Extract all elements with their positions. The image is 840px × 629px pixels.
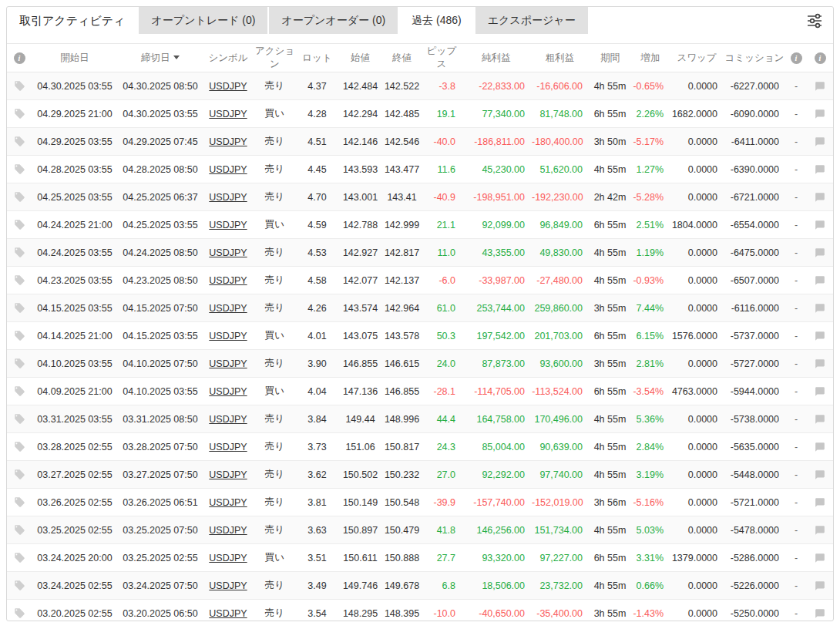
header-gain[interactable]: 増加 — [631, 44, 670, 72]
symbol-link[interactable]: USDJPY — [209, 414, 247, 425]
swap-cell: 0.0000 — [670, 183, 724, 211]
info-icon[interactable]: i — [14, 52, 25, 64]
symbol-link[interactable]: USDJPY — [209, 525, 247, 536]
comment-icon[interactable] — [815, 553, 825, 563]
symbol-link[interactable]: USDJPY — [209, 220, 247, 230]
comment-icon[interactable] — [815, 386, 825, 397]
comment-icon[interactable] — [815, 164, 825, 175]
duration-cell: 6h 55m — [589, 378, 631, 405]
header-open-date[interactable]: 開始日 — [32, 44, 118, 72]
comment-icon[interactable] — [815, 109, 825, 119]
symbol-link[interactable]: USDJPY — [209, 580, 247, 591]
comment-icon[interactable] — [815, 358, 825, 369]
tag-icon[interactable] — [14, 580, 25, 591]
comment-icon[interactable] — [815, 414, 825, 425]
symbol-link[interactable]: USDJPY — [209, 109, 247, 119]
symbol-link[interactable]: USDJPY — [209, 386, 247, 397]
pips-cell: -40.9 — [422, 183, 462, 211]
header-pips[interactable]: ピップス — [422, 44, 462, 72]
gain-cell: 2.81% — [631, 350, 670, 378]
tab-open-orders[interactable]: オープンオーダー (0) — [269, 7, 398, 34]
pips-cell: 6.8 — [422, 572, 462, 600]
symbol-link[interactable]: USDJPY — [209, 358, 247, 369]
tag-icon[interactable] — [14, 219, 25, 230]
net-profit-cell: 93,320.00 — [462, 544, 531, 572]
tab-open-trades[interactable]: オープントレード (0) — [139, 7, 267, 34]
comment-icon[interactable] — [815, 275, 825, 286]
swap-cell: 0.0000 — [670, 489, 724, 516]
comment-icon[interactable] — [815, 192, 825, 203]
tag-icon[interactable] — [14, 607, 25, 619]
tag-icon[interactable] — [14, 413, 25, 425]
settings-icon[interactable] — [805, 12, 824, 30]
open-price-cell: 150.897 — [338, 516, 382, 544]
symbol-link[interactable]: USDJPY — [209, 275, 247, 286]
comment-icon[interactable] — [815, 580, 825, 591]
tag-icon[interactable] — [14, 163, 25, 175]
info-icon[interactable]: i — [815, 52, 826, 64]
symbol-link[interactable]: USDJPY — [209, 497, 247, 508]
tag-icon[interactable] — [14, 330, 25, 341]
tag-icon[interactable] — [14, 247, 25, 258]
tag-icon[interactable] — [14, 441, 25, 452]
header-close-price[interactable]: 終値 — [382, 44, 422, 72]
symbol-link[interactable]: USDJPY — [209, 136, 247, 147]
comment-icon[interactable] — [815, 220, 825, 230]
header-close-date[interactable]: 締切日 — [118, 44, 203, 72]
header-swap[interactable]: スワップ — [670, 44, 724, 72]
tab-history[interactable]: 過去 (486) — [399, 7, 474, 34]
tag-icon[interactable] — [14, 80, 25, 92]
symbol-link[interactable]: USDJPY — [209, 331, 247, 341]
close-price-cell: 142.522 — [382, 72, 422, 100]
comment-icon[interactable] — [815, 331, 825, 341]
symbol-link[interactable]: USDJPY — [209, 608, 247, 619]
comment-icon[interactable] — [815, 247, 825, 258]
comment-icon[interactable] — [815, 442, 825, 452]
header-symbol[interactable]: シンボル — [203, 44, 254, 72]
comment-icon[interactable] — [815, 136, 825, 147]
comment-icon[interactable] — [815, 525, 825, 536]
symbol-link[interactable]: USDJPY — [209, 442, 247, 452]
tag-icon[interactable] — [14, 108, 25, 119]
tag-icon[interactable] — [14, 302, 25, 314]
symbol-link[interactable]: USDJPY — [209, 553, 247, 563]
tag-icon[interactable] — [14, 552, 25, 563]
open-date-cell: 04.30.2025 03:55 — [32, 72, 118, 100]
tag-icon[interactable] — [14, 524, 25, 536]
symbol-link[interactable]: USDJPY — [209, 164, 247, 175]
symbol-link[interactable]: USDJPY — [209, 192, 247, 203]
info-icon[interactable]: i — [791, 52, 802, 64]
header-lots[interactable]: ロット — [296, 44, 338, 72]
tag-icon[interactable] — [14, 385, 25, 397]
comment-icon[interactable] — [815, 303, 825, 314]
duration-cell: 4h 55m — [589, 267, 631, 294]
note-cell: - — [785, 516, 807, 544]
comment-icon[interactable] — [815, 81, 825, 92]
header-duration[interactable]: 期間 — [589, 44, 631, 72]
header-open-price[interactable]: 始値 — [338, 44, 382, 72]
comment-icon[interactable] — [815, 469, 825, 480]
header-commission[interactable]: コミッション — [724, 44, 785, 72]
symbol-cell: USDJPY — [203, 72, 254, 100]
comment-icon[interactable] — [815, 497, 825, 508]
header-net-profit[interactable]: 純利益 — [462, 44, 531, 72]
tag-icon[interactable] — [14, 469, 25, 480]
symbol-link[interactable]: USDJPY — [209, 469, 247, 480]
comment-icon[interactable] — [815, 608, 825, 619]
tag-icon[interactable] — [14, 136, 25, 147]
tab-exposure[interactable]: エクスポージャー — [475, 7, 588, 34]
tag-icon[interactable] — [14, 191, 25, 203]
tag-icon[interactable] — [14, 358, 25, 369]
open-date-cell: 04.14.2025 21:00 — [32, 322, 118, 350]
header-gross-profit[interactable]: 粗利益 — [531, 44, 589, 72]
symbol-link[interactable]: USDJPY — [209, 303, 247, 314]
tag-icon[interactable] — [14, 274, 25, 286]
comment-cell — [807, 156, 833, 183]
tag-icon[interactable] — [14, 496, 25, 508]
symbol-link[interactable]: USDJPY — [209, 81, 247, 92]
swap-cell: 0.0000 — [670, 294, 724, 322]
header-action[interactable]: アクション — [254, 44, 296, 72]
symbol-link[interactable]: USDJPY — [209, 247, 247, 258]
close-price-cell: 142.817 — [382, 239, 422, 267]
gain-cell: 1.19% — [631, 239, 670, 267]
